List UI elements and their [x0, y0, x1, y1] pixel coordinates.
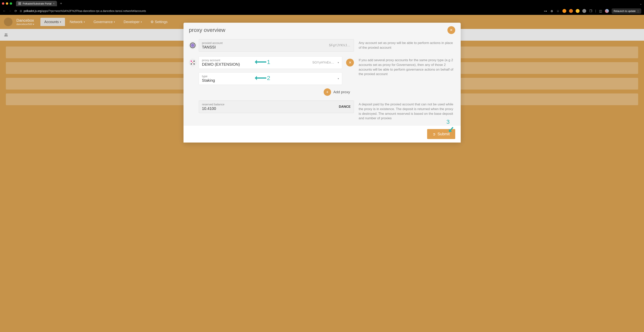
proxy-description: If you add several proxy accounts for th… [358, 56, 455, 76]
sidepanel-icon[interactable]: ◫ [599, 9, 602, 13]
proxy-type-value: Staking [202, 78, 339, 83]
toolbar-icons: ⊶ ⊕ ☆ ❐ | ◫ Relaunch to update ⋮ [544, 9, 641, 14]
field-label: proxied account [202, 41, 351, 45]
close-icon: ✕ [450, 28, 453, 32]
favicon-icon [18, 2, 21, 5]
chrome-menu-icon[interactable]: ⋮ [637, 10, 639, 13]
extension-3-icon[interactable] [576, 9, 580, 13]
new-tab-button[interactable]: + [58, 2, 64, 6]
identicon-icon [189, 42, 196, 49]
tab-close-icon[interactable]: × [53, 2, 54, 5]
submit-button[interactable]: ➲ Submit [427, 129, 455, 139]
reserved-row: reserved balance 10.4100 DANCE A deposit… [189, 100, 455, 121]
tab-bar: Polkadot/Substrate Portal × + ⌄ [0, 0, 644, 7]
close-window-button[interactable] [2, 2, 4, 5]
reserved-balance-token: DANCE [339, 105, 350, 109]
bookmark-icon[interactable]: ☆ [556, 9, 560, 13]
proxied-description: Any account set as proxy will be able to… [358, 39, 455, 50]
modal-title: proxy overview [189, 27, 226, 33]
proxy-overview-modal: proxy overview ✕ proxied account TANSSI … [184, 23, 461, 142]
field-label: reserved balance [202, 103, 224, 106]
address-bar-row: ← → ⟳ ⊞ polkadot.js.org/apps/?rpc=wss%3A… [0, 7, 644, 15]
proxy-type-dropdown[interactable]: type Staking ▾ [199, 72, 342, 85]
submit-label: Submit [438, 132, 450, 136]
field-label: type [202, 75, 339, 78]
remove-proxy-button[interactable]: ✕ [346, 59, 354, 67]
tab-title: Polkadot/Substrate Portal [23, 2, 51, 5]
key-icon[interactable]: ⊶ [544, 9, 547, 13]
proxied-account-box: proxied account TANSSI 5FgYJYKVJ… [199, 39, 354, 52]
reload-button[interactable]: ⟳ [14, 9, 17, 13]
back-button[interactable]: ← [3, 9, 6, 13]
reserved-balance-value: 10.4100 [202, 106, 224, 111]
window-controls [2, 2, 12, 5]
add-proxy-row: + Add proxy [189, 88, 354, 96]
identicon-icon [189, 59, 196, 66]
modal-body: proxied account TANSSI 5FgYJYKVJ… Any ac… [184, 36, 461, 125]
signin-icon: ➲ [432, 132, 436, 136]
forward-button[interactable]: → [8, 9, 12, 13]
modal-overlay: proxy overview ✕ proxied account TANSSI … [0, 15, 644, 332]
proxy-account-dropdown[interactable]: proxy account DEMO (EXTENSION) 5GYyHYvEn… [199, 56, 342, 69]
address-bar[interactable]: ⊞ polkadot.js.org/apps/?rpc=wss%3A%2F%2F… [20, 9, 541, 13]
add-proxy-label: Add proxy [334, 90, 350, 94]
extension-4-icon[interactable] [582, 9, 586, 13]
close-modal-button[interactable]: ✕ [448, 26, 455, 34]
tab-overflow-icon[interactable]: ⌄ [640, 2, 642, 6]
proxied-row: proxied account TANSSI 5FgYJYKVJ… Any ac… [189, 39, 455, 52]
browser-tab[interactable]: Polkadot/Substrate Portal × [16, 1, 57, 6]
proxy-type-field: type Staking ▾ 2 [189, 72, 354, 85]
site-settings-icon[interactable]: ⊞ [20, 9, 22, 13]
close-icon: ✕ [349, 60, 352, 65]
extension-2-icon[interactable] [569, 9, 573, 13]
profile-avatar-icon[interactable] [605, 9, 609, 13]
proxy-account-field: proxy account DEMO (EXTENSION) 5GYyHYvEn… [189, 56, 354, 69]
proxied-account-field: proxied account TANSSI 5FgYJYKVJ… [189, 39, 354, 52]
reserved-balance-box: reserved balance 10.4100 DANCE [199, 100, 354, 113]
browser-chrome: Polkadot/Substrate Portal × + ⌄ ← → ⟳ ⊞ … [0, 0, 644, 15]
maximize-window-button[interactable] [10, 2, 12, 5]
proxy-row: proxy account DEMO (EXTENSION) 5GYyHYvEn… [189, 56, 455, 96]
modal-footer: 3 ➲ Submit [184, 125, 461, 142]
proxied-account-name: TANSSI [202, 45, 351, 50]
url-host: polkadot.js.org [24, 9, 42, 13]
url-path: /apps/?rpc=wss%3A%2F%2Ffraa-dancebox-rpc… [42, 9, 146, 13]
add-proxy-button[interactable]: + [324, 88, 331, 96]
minimize-window-button[interactable] [6, 2, 8, 5]
chevron-down-icon: ▾ [338, 61, 339, 64]
relaunch-button[interactable]: Relaunch to update ⋮ [612, 9, 641, 14]
zoom-icon[interactable]: ⊕ [550, 9, 554, 13]
extensions-menu-icon[interactable]: ❐ [589, 9, 592, 13]
proxy-account-address: 5GYyHYvEn… [312, 61, 334, 65]
reserved-description: A deposit paid by the proxied account th… [358, 100, 455, 121]
plus-icon: + [326, 90, 328, 95]
proxied-account-address: 5FgYJYKVJ… [329, 43, 350, 47]
modal-header: proxy overview ✕ [184, 23, 461, 36]
chevron-down-icon: ▾ [338, 77, 339, 80]
relaunch-label: Relaunch to update [614, 10, 636, 13]
extension-1-icon[interactable] [562, 9, 566, 13]
